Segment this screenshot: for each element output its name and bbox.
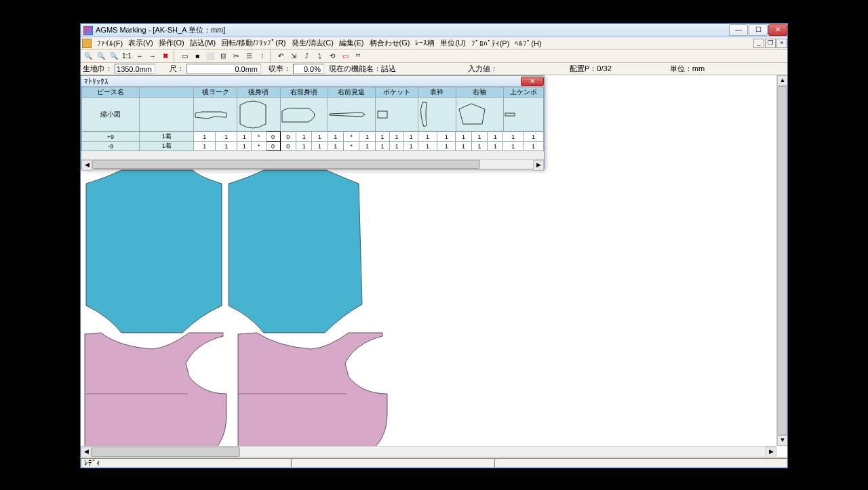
fit-height-icon[interactable]: ⎶ xyxy=(352,50,364,62)
fabric-width-label: 生地巾： xyxy=(81,64,115,74)
matrix-scroll-thumb[interactable] xyxy=(92,160,480,169)
piece-back-body-2[interactable] xyxy=(229,170,362,333)
vertical-scrollbar[interactable]: ▲ ▼ xyxy=(776,75,787,446)
vlines-icon[interactable]: ⫶ xyxy=(256,50,268,62)
matrix-scroll-right-icon[interactable]: ▶ xyxy=(533,160,544,171)
bounds-icon[interactable]: ▭ xyxy=(339,50,351,62)
thumb-collar xyxy=(418,98,456,131)
pan-icon[interactable]: ↔ xyxy=(134,50,146,62)
menu-file[interactable]: ﾌｧｲﾙ(F) xyxy=(94,39,125,48)
menu-gen[interactable]: 発生/消去(C) xyxy=(289,37,336,49)
rotate-ccw-icon[interactable]: ⤵ xyxy=(313,50,326,62)
vscroll-thumb[interactable] xyxy=(777,86,787,435)
col-back-yoke: 後ヨーク xyxy=(194,87,237,98)
hscroll-thumb[interactable] xyxy=(92,447,240,457)
undo-icon[interactable]: ↶ xyxy=(275,50,287,62)
ratio-value: 0.0% xyxy=(293,64,324,74)
thumb-right-sleeve xyxy=(456,98,503,131)
thumb-upper-kenbo xyxy=(503,98,543,131)
piece-back-body-1[interactable] xyxy=(86,170,222,333)
svg-rect-0 xyxy=(378,111,387,118)
matrix-scroll-left-icon[interactable]: ◀ xyxy=(81,160,92,171)
lines-icon[interactable]: ☰ xyxy=(243,50,255,62)
length-label: 尺： xyxy=(167,64,186,74)
matrix-close-button[interactable]: ✕ xyxy=(521,77,544,86)
matrix-table: ピース名 後ヨーク 後身頃 右前身頃 右前見返 ポケット 表衿 右袖 上ケンボ … xyxy=(81,87,544,131)
minimize-button[interactable]: — xyxy=(729,24,748,36)
toolbar-separator-2 xyxy=(270,50,273,62)
mdi-controls: _ ❐ × xyxy=(753,39,787,48)
app-window: AGMS Marking - [AK-SH_A 単位：mm] — ☐ ✕ ﾌｧｲ… xyxy=(80,23,788,468)
matrix-num-table: +9 1着 11 1*0 011 1*1 111 11 11111 -9 1着 … xyxy=(81,131,544,151)
thumb-back-body xyxy=(237,98,281,131)
col-pocket: ポケット xyxy=(375,87,418,98)
thumb-right-front xyxy=(280,98,328,131)
rect-black-icon[interactable]: ■ xyxy=(191,50,203,62)
cut-icon[interactable]: ✂ xyxy=(230,50,242,62)
zoom-in-icon[interactable]: 🔍 xyxy=(82,50,94,62)
status-ready: ﾚﾃﾞｨ xyxy=(81,458,291,468)
step-icon[interactable]: → xyxy=(146,50,159,62)
menu-nest[interactable]: 詰込(M) xyxy=(187,37,219,49)
menu-property[interactable]: ﾌﾟﾛﾊﾟﾃｨ(P) xyxy=(469,39,513,48)
col-collar: 表衿 xyxy=(418,87,456,98)
scroll-left-icon[interactable]: ◀ xyxy=(81,447,92,457)
expand-icon[interactable]: ⇲ xyxy=(288,50,300,62)
col-back-body: 後身頃 xyxy=(237,87,281,98)
col-blank xyxy=(139,87,194,98)
workspace: ﾏﾄﾘｯｸｽ ✕ ピース名 後ヨーク 後身頃 右前身頃 右前見返 ポケット xyxy=(81,75,787,457)
status-cell-3 xyxy=(494,458,787,468)
scroll-up-icon[interactable]: ▲ xyxy=(777,75,787,86)
menu-operate[interactable]: 操作(O) xyxy=(156,37,187,49)
zoom-fit-icon[interactable]: 🔍 xyxy=(108,50,120,62)
zoom-actual-icon[interactable]: 1:1 xyxy=(121,50,133,62)
matrix-header-row: ピース名 後ヨーク 後身頃 右前身頃 右前見返 ポケット 表衿 右袖 上ケンボ xyxy=(82,87,544,98)
menu-rotate[interactable]: 回転/移動/ﾌﾘｯﾌﾟ(R) xyxy=(218,37,288,49)
menu-help[interactable]: ﾍﾙﾌﾟ(H) xyxy=(512,39,544,48)
matrix-hscroll[interactable]: ◀ ▶ xyxy=(81,159,544,169)
app-icon xyxy=(83,26,93,35)
toolbar-separator xyxy=(174,50,176,62)
menu-pattern[interactable]: 柄合わせ(G) xyxy=(367,37,413,49)
length-value: 0.0mm xyxy=(186,64,261,74)
close-button[interactable]: ✕ xyxy=(768,24,787,36)
menu-unit[interactable]: 単位(U) xyxy=(437,37,468,49)
current-function: 現在の機能名：詰込 xyxy=(327,64,398,74)
matrix-thumb-row: 縮小図 xyxy=(82,98,544,131)
matrix-title-text: ﾏﾄﾘｯｸｽ xyxy=(84,77,108,85)
info-bar: 生地巾： 1350.0mm 尺： 0.0mm 収率： 0.0% 現在の機能名：詰… xyxy=(81,63,787,75)
statusbar: ﾚﾃﾞｨ xyxy=(81,457,787,468)
ratio-label: 収率： xyxy=(267,64,293,74)
reload-icon[interactable]: ⟲ xyxy=(326,50,338,62)
matrix-panel-title[interactable]: ﾏﾄﾘｯｸｽ ✕ xyxy=(81,76,544,87)
mdi-close[interactable]: × xyxy=(776,39,787,48)
matrix-row-minus9[interactable]: -9 1着 11 1*0 011 1*1 111 11 11111 xyxy=(82,142,544,151)
svg-rect-1 xyxy=(505,113,515,116)
mdi-minimize[interactable]: _ xyxy=(753,39,764,48)
zoom-out-icon[interactable]: 🔍 xyxy=(95,50,107,62)
col-right-facing: 右前見返 xyxy=(328,87,375,98)
menu-view[interactable]: 表示(V) xyxy=(125,37,156,49)
horizontal-scrollbar[interactable]: ◀ ▶ xyxy=(81,446,776,457)
rect-white-icon[interactable]: ▭ xyxy=(178,50,191,62)
delete-icon[interactable]: ✖ xyxy=(159,50,172,62)
status-cell-2 xyxy=(291,458,494,468)
menu-edit[interactable]: 編集(E) xyxy=(336,37,367,49)
input-value-label: 入力値： xyxy=(466,64,500,74)
matrix-panel[interactable]: ﾏﾄﾘｯｸｽ ✕ ピース名 後ヨーク 後身頃 右前身頃 右前見返 ポケット xyxy=(81,75,545,169)
col-right-sleeve: 右袖 xyxy=(456,87,503,98)
maximize-button[interactable]: ☐ xyxy=(749,24,768,36)
mdi-restore[interactable]: ❐ xyxy=(765,39,776,48)
layout-a-icon[interactable]: ⬜ xyxy=(204,50,216,62)
menubar-icon xyxy=(82,39,92,48)
fabric-width-value: 1350.0mm xyxy=(115,64,155,74)
menu-lace[interactable]: ﾚｰｽ柄 xyxy=(412,37,437,49)
scroll-down-icon[interactable]: ▼ xyxy=(777,435,787,446)
thumb-label: 縮小図 xyxy=(82,98,140,131)
matrix-row-plus9[interactable]: +9 1着 11 1*0 011 1*1 111 11 11111 xyxy=(82,132,544,142)
rotate-cw-icon[interactable]: ⤴ xyxy=(300,50,313,62)
scroll-right-icon[interactable]: ▶ xyxy=(766,447,776,457)
col-piece-name: ピース名 xyxy=(82,87,140,98)
layout-b-icon[interactable]: ⊟ xyxy=(217,50,229,62)
menubar: ﾌｧｲﾙ(F) 表示(V) 操作(O) 詰込(M) 回転/移動/ﾌﾘｯﾌﾟ(R)… xyxy=(81,37,787,49)
